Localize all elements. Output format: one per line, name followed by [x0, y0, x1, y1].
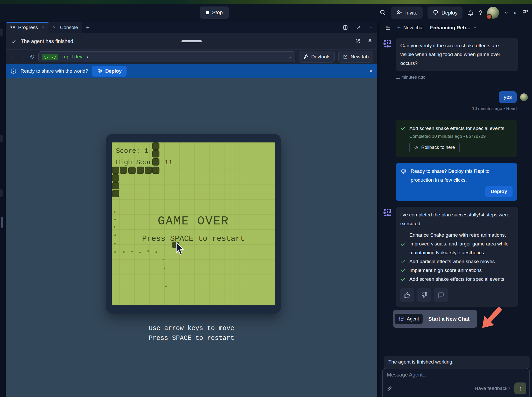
- invite-button[interactable]: Invite: [391, 6, 423, 19]
- plan-step-text: Add screen shake effects for special eve…: [409, 275, 514, 284]
- rail-stub[interactable]: [0, 189, 3, 197]
- snake-segment: [120, 167, 127, 174]
- snake-segment: [112, 182, 119, 189]
- browser-toolbar: ← → ↻ {...} .replit.dev / → Devtools New…: [6, 50, 377, 64]
- chat-title-dropdown[interactable]: Enhancing Retr...: [430, 25, 477, 31]
- check-icon: [400, 241, 406, 247]
- avatar-status-badge: [487, 14, 492, 19]
- pin-icon[interactable]: [367, 38, 373, 44]
- user-message-bubble: yes: [499, 91, 517, 103]
- particle-mark: [114, 251, 116, 253]
- thumbs-up-button[interactable]: [400, 288, 414, 302]
- agent-logo-icon: [383, 208, 393, 307]
- stop-button[interactable]: Stop: [200, 6, 229, 19]
- new-chat-label: New chat: [403, 25, 424, 31]
- attach-paperclip-icon[interactable]: [386, 386, 392, 391]
- plan-step-text: Enhance Snake game with retro animations…: [409, 231, 514, 257]
- forward-icon[interactable]: →: [20, 53, 26, 60]
- console-tab-icon: >_: [53, 25, 57, 30]
- deploy-button[interactable]: Deploy: [428, 6, 463, 19]
- banner-deploy-button[interactable]: Deploy: [92, 66, 127, 77]
- back-icon[interactable]: ←: [10, 53, 16, 60]
- user-avatar: [520, 93, 528, 101]
- agent-bar-icons: [355, 38, 373, 44]
- help-icon[interactable]: ?: [479, 9, 482, 16]
- refresh-icon[interactable]: ↻: [30, 53, 35, 60]
- add-tab-button[interactable]: +: [82, 22, 94, 33]
- particle-mark: [165, 285, 167, 287]
- deploy-suggestion-card: Ready to share? Deploy this Repl to prod…: [396, 163, 517, 201]
- message-composer[interactable]: Have feedback? ↑: [382, 368, 530, 397]
- snake-game-screen[interactable]: Score: 1 High Score: 11 GAME OVER Press …: [112, 142, 275, 305]
- collapse-panel-icon[interactable]: »: [514, 9, 517, 16]
- deploy-globe-icon: [432, 10, 439, 16]
- snake-segment: [137, 167, 144, 174]
- info-icon: [10, 68, 17, 74]
- plan-step-text: Implement high score animations: [409, 266, 514, 275]
- notifications-bell-icon[interactable]: [467, 10, 474, 16]
- chevron-down-icon: [473, 26, 477, 30]
- message-input[interactable]: [386, 372, 527, 378]
- replit-workspace: Stop Invite Deploy ?: [0, 0, 532, 397]
- search-icon[interactable]: [380, 9, 386, 16]
- checkpoint-card: Add screen shake effects for special eve…: [396, 120, 517, 157]
- snake-game-frame: Score: 1 High Score: 11 GAME OVER Press …: [106, 134, 281, 314]
- pane-menu-kebab-icon[interactable]: [368, 25, 374, 30]
- snake-segment: [112, 167, 119, 174]
- panel-resize-handle[interactable]: [1, 217, 3, 228]
- chat-list-icon[interactable]: [385, 25, 391, 31]
- stop-label: Stop: [212, 10, 223, 16]
- snake-segment: [112, 174, 119, 182]
- tab-progress[interactable]: Progress ×: [6, 22, 48, 33]
- go-arrow-icon[interactable]: →: [286, 53, 292, 60]
- rail-stub[interactable]: [0, 29, 3, 36]
- have-feedback-link[interactable]: Have feedback?: [475, 386, 510, 391]
- expand-pane-icon[interactable]: [355, 25, 361, 30]
- chat-scroll-area[interactable]: Can you verify if the screen shake effec…: [380, 34, 532, 397]
- rollback-button[interactable]: ↺ Rollback to here: [409, 142, 460, 153]
- plan-step: Enhance Snake game with retro animations…: [400, 231, 514, 257]
- thumbs-down-button[interactable]: [417, 288, 431, 302]
- start-new-chat-row: Agent Start a New Chat: [393, 310, 529, 328]
- agent-message-bubble: Can you verify if the screen shake effec…: [396, 38, 518, 71]
- banner-message: Ready to share with the world?: [20, 68, 88, 74]
- new-chat-button[interactable]: + New chat: [397, 24, 424, 31]
- agent-plan-message: I've completed the plan successfully! 4 …: [383, 207, 529, 307]
- external-link-icon: [343, 54, 348, 59]
- instruction-line-1: Use arrow keys to move: [6, 324, 377, 333]
- start-new-chat-button[interactable]: Agent Start a New Chat: [393, 310, 477, 328]
- tab-console[interactable]: >_ Console: [48, 22, 82, 33]
- split-pane-icon[interactable]: [342, 25, 348, 30]
- url-bar[interactable]: {...} .replit.dev / →: [38, 51, 295, 62]
- banner-deploy-label: Deploy: [105, 68, 122, 74]
- particle-mark: [131, 250, 133, 252]
- deploy-card-button[interactable]: Deploy: [485, 186, 513, 197]
- agent-status-bar: The agent has finished.: [6, 33, 377, 50]
- pane-tabbar: Progress × >_ Console +: [6, 22, 377, 33]
- snake-segment: [128, 167, 136, 174]
- pop-out-icon[interactable]: [355, 38, 361, 44]
- pane-drag-handle[interactable]: [181, 40, 202, 42]
- deploy-card-text: Ready to share? Deploy this Repl to prod…: [411, 167, 513, 184]
- account-avatar[interactable]: [487, 7, 499, 19]
- checkpoint-meta: Completed 10 minutes ago • 8b77d709: [409, 134, 513, 139]
- feedback-flag-icon[interactable]: [522, 9, 528, 16]
- banner-close-icon[interactable]: ×: [369, 67, 373, 75]
- tab-console-label: Console: [60, 25, 78, 30]
- checkpoint-title: Add screen shake effects for special eve…: [409, 124, 504, 133]
- close-tab-icon[interactable]: ×: [41, 25, 44, 30]
- plan-step: Implement high score animations: [400, 266, 514, 275]
- plan-step-text: Add particle effects when snake moves: [409, 257, 514, 266]
- particle-mark: [147, 250, 149, 252]
- game-restart-hint: Press SPACE to restart: [112, 234, 275, 243]
- devtools-button[interactable]: Devtools: [299, 51, 335, 63]
- snake-segment: [152, 142, 159, 150]
- progress-tab-icon: [10, 25, 16, 30]
- agent-logo-icon: [398, 316, 404, 322]
- comment-button[interactable]: [434, 288, 448, 302]
- up-arrow-icon: ↑: [519, 385, 522, 392]
- rail-stub[interactable]: [0, 135, 3, 142]
- account-chevron-down-icon[interactable]: [504, 10, 509, 15]
- new-tab-button[interactable]: New tab: [338, 51, 373, 63]
- send-message-button[interactable]: ↑: [514, 382, 526, 394]
